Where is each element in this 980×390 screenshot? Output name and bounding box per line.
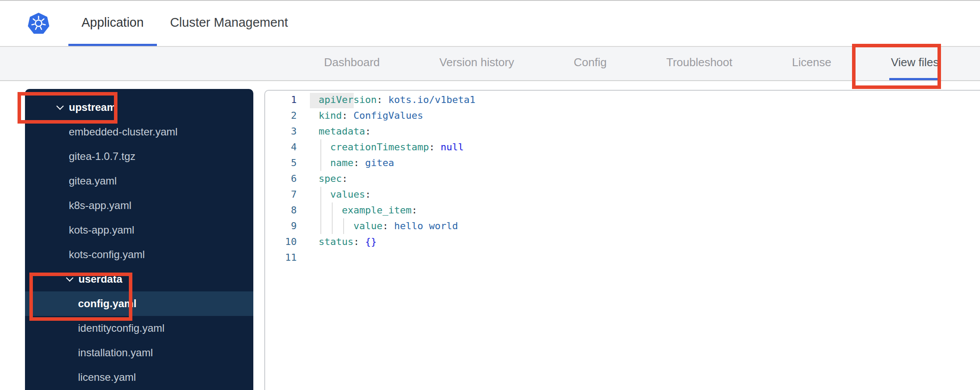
line-number: 5 xyxy=(265,155,297,171)
file-tree: upstreamembedded-cluster.yamlgitea-1.0.7… xyxy=(25,89,253,390)
folder-label: userdata xyxy=(78,273,122,285)
file-label: kots-config.yaml xyxy=(69,248,145,261)
code-text: metadata: xyxy=(319,124,371,139)
file-installation-yaml[interactable]: installation.yaml xyxy=(25,340,253,365)
code-line-6[interactable]: 6spec: xyxy=(265,171,980,187)
code-line-3[interactable]: 3metadata: xyxy=(265,124,980,139)
code-line-2[interactable]: 2kind: ConfigValues xyxy=(265,108,980,124)
top-header: Application Cluster Management xyxy=(0,0,980,47)
code-line-8[interactable]: 8 example_item: xyxy=(265,202,980,218)
code-text: example_item: xyxy=(319,202,417,218)
file-identityconfig-yaml[interactable]: identityconfig.yaml xyxy=(25,316,253,340)
file-k8s-app-yaml[interactable]: k8s-app.yaml xyxy=(25,193,253,218)
code-text: name: gitea xyxy=(319,155,394,171)
code-text: spec: xyxy=(319,171,348,187)
file-kots-app-yaml[interactable]: kots-app.yaml xyxy=(25,218,253,242)
line-number: 9 xyxy=(265,218,297,234)
code-line-10[interactable]: 10status: {} xyxy=(265,234,980,250)
file-gitea-1-0-7-tgz[interactable]: gitea-1.0.7.tgz xyxy=(25,144,253,169)
chevron-down-icon xyxy=(66,274,74,282)
code-text: values: xyxy=(319,187,371,202)
code-line-5[interactable]: 5 name: gitea xyxy=(265,155,980,171)
tab-view-files[interactable]: View files xyxy=(889,47,941,80)
tab-application[interactable]: Application xyxy=(68,1,157,46)
line-number: 10 xyxy=(265,234,297,250)
line-number: 6 xyxy=(265,171,297,187)
line-number: 8 xyxy=(265,202,297,218)
tab-config[interactable]: Config xyxy=(572,47,608,80)
file-label: config.yaml xyxy=(78,298,136,310)
line-number: 3 xyxy=(265,124,297,139)
folder-label: upstream xyxy=(69,101,116,113)
code-line-1[interactable]: 1apiVersion: kots.io/v1beta1 xyxy=(265,92,980,108)
tab-dashboard[interactable]: Dashboard xyxy=(322,47,381,80)
tab-troubleshoot[interactable]: Troubleshoot xyxy=(664,47,734,80)
line-number: 7 xyxy=(265,187,297,202)
file-kots-config-yaml[interactable]: kots-config.yaml xyxy=(25,242,253,267)
code-text: value: hello world xyxy=(319,218,458,234)
file-gitea-yaml[interactable]: gitea.yaml xyxy=(25,169,253,193)
code-line-11[interactable]: 11 xyxy=(265,250,980,266)
tab-version-history[interactable]: Version history xyxy=(438,47,516,80)
file-label: identityconfig.yaml xyxy=(78,322,164,334)
folder-userdata[interactable]: userdata xyxy=(25,267,253,291)
code-text: creationTimestamp: null xyxy=(319,139,464,155)
kubernetes-logo-icon xyxy=(27,12,50,35)
folder-upstream[interactable]: upstream xyxy=(25,95,253,120)
line-number: 4 xyxy=(265,139,297,155)
code-line-7[interactable]: 7 values: xyxy=(265,187,980,202)
file-license-yaml[interactable]: license.yaml xyxy=(25,365,253,390)
line-number: 2 xyxy=(265,108,297,124)
kots-admin-console: Application Cluster Management Dashboard… xyxy=(0,0,980,390)
line-number: 1 xyxy=(265,92,297,108)
file-config-yaml[interactable]: config.yaml xyxy=(25,291,253,316)
subnav-tabs: DashboardVersion historyConfigTroublesho… xyxy=(0,47,980,81)
code-text: status: {} xyxy=(319,234,376,250)
tab-cluster-management[interactable]: Cluster Management xyxy=(157,1,301,46)
line-number: 11 xyxy=(265,250,297,266)
code-editor[interactable]: 1apiVersion: kots.io/v1beta12kind: Confi… xyxy=(264,90,980,390)
editor-lines: 1apiVersion: kots.io/v1beta12kind: Confi… xyxy=(265,92,980,266)
file-label: k8s-app.yaml xyxy=(69,199,131,212)
code-text: apiVersion: kots.io/v1beta1 xyxy=(319,92,476,108)
file-label: embedded-cluster.yaml xyxy=(69,126,178,138)
code-line-9[interactable]: 9 value: hello world xyxy=(265,218,980,234)
file-label: kots-app.yaml xyxy=(69,224,134,236)
chevron-down-icon xyxy=(57,103,64,110)
file-label: license.yaml xyxy=(78,371,136,383)
file-label: gitea.yaml xyxy=(69,175,117,187)
file-label: gitea-1.0.7.tgz xyxy=(69,150,135,163)
code-text: kind: ConfigValues xyxy=(319,108,423,124)
file-label: installation.yaml xyxy=(78,347,153,359)
tab-license[interactable]: License xyxy=(790,47,833,80)
file-embedded-cluster-yaml[interactable]: embedded-cluster.yaml xyxy=(25,120,253,144)
code-line-4[interactable]: 4 creationTimestamp: null xyxy=(265,139,980,155)
